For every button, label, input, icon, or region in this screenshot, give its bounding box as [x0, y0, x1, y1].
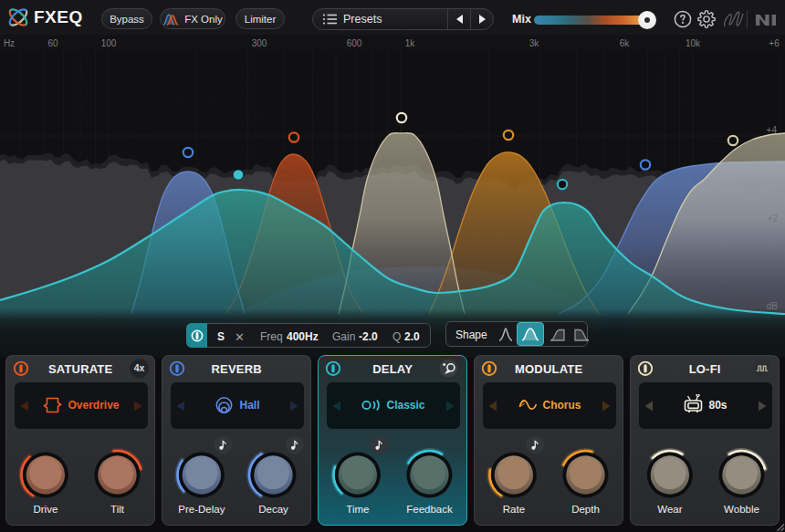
svg-text:dB: dB [767, 301, 779, 311]
svg-text:+4: +4 [767, 125, 778, 135]
svg-text:+2: +2 [768, 214, 779, 224]
